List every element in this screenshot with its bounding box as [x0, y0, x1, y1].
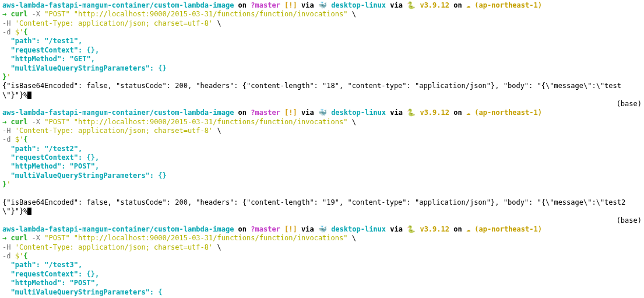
brace-open: {	[23, 28, 27, 36]
json-line: "httpMethod": "GET",	[2, 55, 95, 63]
line-cont: \	[347, 10, 356, 18]
python-version: v3.9.12	[407, 108, 449, 117]
aws-region: (ap-northeast-1)	[466, 1, 542, 9]
sep-on2: on	[449, 108, 466, 117]
json-line: "multiValueQueryStringParameters": {}	[2, 171, 167, 180]
cmd-curl: curl	[10, 118, 27, 126]
terminal-output: aws-lambda-fastapi-mangum-container/cust…	[2, 1, 644, 298]
curl-response: {"isBase64Encoded": false, "statusCode":…	[2, 82, 621, 99]
opt-x: -X	[27, 118, 44, 126]
dollar-quote: $'	[15, 252, 23, 260]
sep-on: on	[234, 108, 251, 117]
http-url: "http://localhost:9000/2015-03-31/functi…	[74, 118, 348, 126]
json-line: "path": "/test3",	[2, 261, 82, 269]
sep-on: on	[234, 225, 251, 233]
header-value: 'Content-Type: application/json; charset…	[15, 127, 213, 135]
json-line: "requestContext": {},	[2, 46, 99, 54]
sep-on2: on	[449, 225, 466, 233]
docker-context: desktop-linux	[318, 225, 386, 233]
brace-open: {	[23, 252, 27, 260]
cwd-path: aws-lambda-fastapi-mangum-container/cust…	[2, 108, 234, 117]
conda-env: (base)	[2, 100, 642, 108]
line-cont: \	[347, 118, 356, 126]
cursor-icon	[27, 208, 31, 215]
conda-env: (base)	[2, 216, 642, 225]
line-cont: \	[213, 19, 221, 27]
http-method: "POST"	[44, 234, 69, 242]
prompt-arrow: →	[2, 10, 10, 18]
sep-via1: via	[297, 225, 318, 233]
line-cont: \	[347, 234, 356, 242]
docker-context: desktop-linux	[318, 1, 386, 9]
sep-via1: via	[297, 108, 318, 117]
json-line: "path": "/test2",	[2, 145, 82, 153]
aws-region: (ap-northeast-1)	[466, 225, 542, 233]
python-version: v3.9.12	[407, 225, 449, 233]
json-line: "multiValueQueryStringParameters": {	[2, 288, 163, 296]
cwd-path: aws-lambda-fastapi-mangum-container/cust…	[2, 1, 234, 9]
opt-h: -H	[2, 127, 15, 135]
dollar-quote: $'	[15, 28, 23, 36]
sep-via2: via	[386, 1, 407, 9]
sep-on: on	[234, 1, 251, 9]
json-line: "httpMethod": "POST",	[2, 162, 99, 170]
cursor-icon	[27, 92, 31, 99]
prompt-arrow: →	[2, 234, 10, 242]
opt-d: -d	[2, 28, 15, 36]
json-line: "httpMethod": "POST",	[2, 279, 99, 287]
opt-x: -X	[27, 10, 44, 18]
header-value: 'Content-Type: application/json; charset…	[15, 19, 213, 27]
prompt-arrow: →	[2, 118, 10, 126]
header-value: 'Content-Type: application/json; charset…	[15, 243, 213, 251]
git-dirty: [!]	[284, 108, 297, 117]
cmd-curl: curl	[10, 10, 27, 18]
docker-context: desktop-linux	[318, 108, 386, 117]
git-dirty: [!]	[284, 1, 297, 9]
json-line: "requestContext": {},	[2, 270, 99, 278]
opt-x: -X	[27, 234, 44, 242]
line-cont: \	[213, 243, 221, 251]
http-method: "POST"	[44, 10, 69, 18]
curl-response: {"isBase64Encoded": false, "statusCode":…	[2, 198, 625, 215]
line-cont: \	[213, 127, 221, 135]
aws-region: (ap-northeast-1)	[466, 108, 542, 117]
cwd-path: aws-lambda-fastapi-mangum-container/cust…	[2, 225, 234, 233]
sep-via2: via	[386, 225, 407, 233]
opt-d: -d	[2, 135, 15, 143]
git-branch: ?master	[251, 225, 280, 233]
git-dirty: [!]	[284, 225, 297, 233]
http-method: "POST"	[44, 118, 69, 126]
cmd-curl: curl	[10, 234, 27, 242]
dollar-quote: $'	[15, 135, 23, 143]
opt-d: -d	[2, 252, 15, 260]
json-line: "multiValueQueryStringParameters": {}	[2, 64, 167, 72]
json-line: "requestContext": {},	[2, 153, 99, 162]
opt-h: -H	[2, 19, 15, 27]
python-version: v3.9.12	[407, 1, 449, 9]
http-url: "http://localhost:9000/2015-03-31/functi…	[74, 234, 348, 242]
quote-close: '	[6, 73, 10, 81]
opt-h: -H	[2, 243, 15, 251]
sep-via1: via	[297, 1, 318, 9]
json-line: "path": "/test1",	[2, 37, 82, 45]
git-branch: ?master	[251, 108, 280, 117]
sep-via2: via	[386, 108, 407, 117]
quote-close: '	[6, 180, 10, 188]
sep-on2: on	[449, 1, 466, 9]
http-url: "http://localhost:9000/2015-03-31/functi…	[74, 10, 348, 18]
brace-open: {	[23, 135, 27, 143]
git-branch: ?master	[251, 1, 280, 9]
